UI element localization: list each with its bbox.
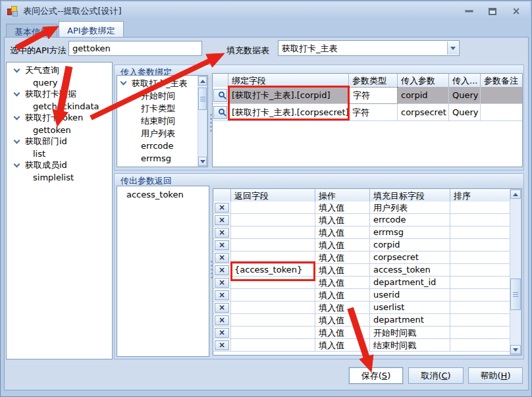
operation-cell[interactable]: 填入值 [315, 201, 370, 214]
sort-cell[interactable] [450, 214, 510, 226]
param-note-cell[interactable] [481, 87, 522, 104]
target-field-cell[interactable]: 结束时间戳 [370, 339, 450, 352]
param-source-cell[interactable]: Query [449, 104, 481, 121]
sort-cell[interactable] [450, 239, 510, 251]
target-field-cell[interactable]: errcode [370, 214, 450, 226]
tree-item-list[interactable]: list [7, 147, 112, 159]
tree-item-checkin-token[interactable]: 获取打卡token [7, 112, 112, 124]
tree-item-end-time[interactable]: 结束时间 [117, 115, 207, 127]
operation-cell[interactable]: 填入值 [315, 314, 370, 327]
operation-cell[interactable]: 填入值 [315, 239, 370, 251]
param-note-cell[interactable] [481, 104, 522, 121]
minimize-button[interactable] [463, 6, 475, 16]
sort-cell[interactable] [450, 277, 510, 289]
delete-row-button[interactable] [215, 203, 229, 213]
combo-dropdown-button[interactable] [447, 41, 458, 55]
return-field-cell[interactable] [231, 214, 315, 226]
sort-cell[interactable] [450, 251, 510, 264]
tree-item-start-time[interactable]: 开始时间 [117, 90, 207, 102]
operation-cell[interactable]: 填入值 [315, 289, 370, 302]
scrollbar-thumb[interactable] [510, 278, 521, 310]
delete-row-button[interactable] [215, 240, 229, 250]
return-field-cell[interactable] [231, 339, 315, 352]
tree-item-simplelist[interactable]: simplelist [7, 171, 112, 183]
param-type-cell[interactable]: 字符 [349, 104, 398, 121]
delete-row-button[interactable] [215, 265, 229, 275]
tree-item-member-id[interactable]: 获取成员id [7, 159, 112, 171]
tree-item-errmsg[interactable]: errmsg [117, 152, 207, 165]
delete-row-button[interactable] [215, 340, 229, 350]
return-field-cell[interactable] [231, 289, 315, 302]
delete-row-button[interactable] [215, 228, 229, 238]
return-field-cell[interactable]: {access_token} [231, 264, 315, 277]
lookup-button[interactable] [213, 106, 227, 119]
param-type-cell[interactable]: 字符 [349, 87, 398, 104]
bind-field-cell[interactable]: [获取打卡_主表].[corpid] [228, 87, 349, 104]
scroll-down-button[interactable] [198, 157, 207, 166]
tree-item-errcode[interactable]: errcode [117, 140, 207, 152]
bind-field-cell[interactable]: [获取打卡_主表].[corpsecret] [228, 104, 349, 121]
tree-item-getcheckindata[interactable]: getcheckindata [7, 100, 112, 112]
delete-row-button[interactable] [215, 315, 229, 325]
scroll-up-button[interactable] [198, 76, 207, 86]
delete-row-button[interactable] [215, 328, 229, 338]
tree-item-user-list[interactable]: 用户列表 [117, 127, 207, 140]
delete-row-button[interactable] [215, 290, 229, 300]
return-field-cell[interactable] [231, 201, 315, 214]
maximize-button[interactable] [487, 6, 498, 16]
target-field-cell[interactable]: 开始时间戳 [370, 327, 450, 339]
api-method-input[interactable] [68, 41, 202, 56]
scroll-down-button[interactable] [510, 345, 521, 354]
scrollbar-thumb[interactable] [198, 88, 207, 110]
return-field-cell[interactable] [231, 251, 315, 264]
param-source-cell[interactable]: Query [449, 87, 481, 104]
sort-cell[interactable] [450, 226, 510, 239]
sort-cell[interactable] [450, 264, 510, 277]
delete-row-button[interactable] [215, 253, 229, 263]
target-field-cell[interactable]: corpid [370, 239, 450, 251]
target-field-cell[interactable]: department_id [370, 277, 450, 289]
target-field-cell[interactable]: access_token [370, 264, 450, 277]
operation-cell[interactable]: 填入值 [315, 339, 370, 352]
tree-item-corpid[interactable]: corpid [117, 165, 207, 167]
return-field-cell[interactable] [231, 239, 315, 251]
target-field-cell[interactable]: department [370, 314, 450, 327]
tab-basic-info[interactable]: 基本信息 [6, 24, 57, 38]
target-field-cell[interactable]: userid [370, 289, 450, 302]
list-item-access-token[interactable]: access_token [117, 188, 209, 201]
help-button[interactable]: 帮助(H) [468, 367, 523, 384]
param-name-cell[interactable]: corpsecret [398, 104, 449, 121]
target-field-cell[interactable]: corpsecret [370, 251, 450, 264]
save-button[interactable]: 保存(S) [349, 367, 403, 384]
tree-item-query[interactable]: query [7, 76, 112, 88]
operation-cell[interactable]: 填入值 [315, 264, 370, 277]
tab-api-binding[interactable]: API参数绑定 [59, 21, 124, 38]
return-field-cell[interactable] [231, 226, 315, 239]
sort-cell[interactable] [450, 302, 510, 314]
tree-item-weather[interactable]: 天气查询 [7, 65, 112, 76]
fill-table-combobox[interactable]: 获取打卡_主表 [278, 40, 460, 56]
delete-row-button[interactable] [215, 303, 229, 313]
delete-row-button[interactable] [215, 215, 229, 225]
return-field-cell[interactable] [231, 302, 315, 314]
target-field-cell[interactable]: errmsg [370, 226, 450, 239]
close-button[interactable]: × [510, 6, 522, 16]
cancel-button[interactable]: 取消(C) [408, 367, 464, 384]
sort-cell[interactable] [450, 289, 510, 302]
operation-cell[interactable]: 填入值 [315, 214, 370, 226]
tree-item-gettoken[interactable]: gettoken [7, 124, 112, 136]
delete-row-button[interactable] [215, 278, 229, 288]
operation-cell[interactable]: 填入值 [315, 226, 370, 239]
tree-item-checkin-type[interactable]: 打卡类型 [117, 102, 207, 115]
return-field-cell[interactable] [231, 314, 315, 327]
tree-item-main-table[interactable]: 获取打卡_主表 [117, 77, 207, 90]
tree-item-checkin-data[interactable]: 获取打卡数据 [7, 88, 112, 100]
operation-cell[interactable]: 填入值 [315, 277, 370, 289]
operation-cell[interactable]: 填入值 [315, 251, 370, 264]
sort-cell[interactable] [450, 201, 510, 214]
return-field-cell[interactable] [231, 277, 315, 289]
scroll-up-button[interactable] [510, 190, 521, 199]
return-field-cell[interactable] [231, 327, 315, 339]
operation-cell[interactable]: 填入值 [315, 327, 370, 339]
target-field-cell[interactable]: userlist [370, 302, 450, 314]
